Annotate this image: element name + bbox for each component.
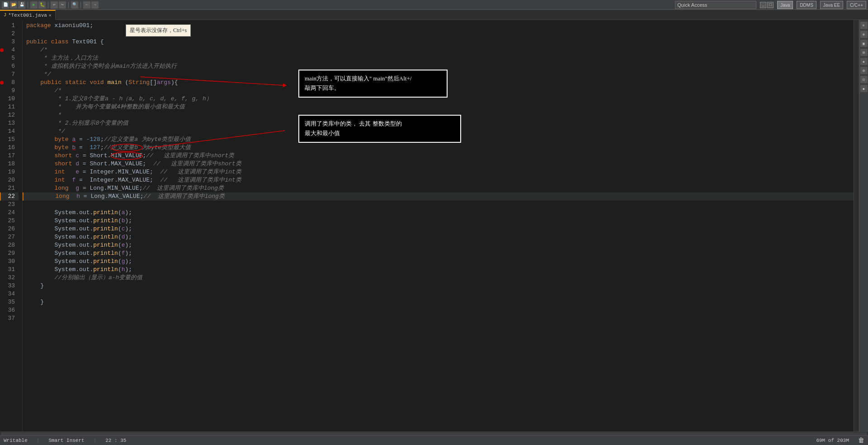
- insert-mode-status[interactable]: Smart Insert: [48, 438, 84, 443]
- panel-icon-6[interactable]: ⚙: [860, 67, 868, 74]
- perspective-javaee[interactable]: Java EE: [820, 1, 843, 9]
- code-line-3: public class Text001 {: [23, 38, 854, 46]
- sep1: [28, 2, 28, 8]
- perspective-ddms[interactable]: DDMS: [797, 1, 816, 9]
- line-num-15: 15: [0, 136, 19, 144]
- code-line-34: [23, 290, 854, 298]
- line-num-16: 16: [0, 144, 19, 152]
- line-num-9: 9: [0, 87, 19, 95]
- prev-icon[interactable]: ←: [83, 1, 90, 9]
- editor-tab[interactable]: J *Text001.java ✕: [0, 10, 56, 20]
- line-num-19: 19: [0, 168, 19, 176]
- search-icon[interactable]: 🔍: [71, 1, 78, 9]
- code-line-11: * 并为每个变量赋4种整数的最小值和最大值: [23, 103, 854, 111]
- quick-access-area: _ □ Java DDMS Java EE C/C++: [675, 1, 866, 9]
- line-num-3: 3: [0, 38, 19, 46]
- vertical-scrollbar[interactable]: [854, 20, 859, 431]
- annotation-library-line2: 最大和最小值: [305, 129, 455, 138]
- next-icon[interactable]: →: [91, 1, 99, 9]
- line-num-29: 29: [0, 249, 19, 258]
- line-num-10: 10: [0, 95, 19, 103]
- tab-close-button[interactable]: ✕: [49, 13, 52, 18]
- annotation-main-line1: main方法，可以直接输入" main"然后Alt+/: [305, 74, 441, 84]
- code-line-36: [23, 306, 854, 314]
- code-line-28: System.out.println(e);: [23, 241, 854, 249]
- undo-icon[interactable]: ↩: [51, 1, 58, 9]
- line-num-11: 11: [0, 103, 19, 111]
- code-line-30: System.out.println(g);: [23, 258, 854, 266]
- line-num-21: 21: [0, 184, 19, 192]
- annotation-box-library: 调用了类库中的类， 去其 整数类型的 最大和最小值: [298, 115, 461, 143]
- maximize-button[interactable]: □: [767, 2, 774, 8]
- code-line-17: short c = Short.MIN_VALUE;// 这里调用了类库中sho…: [23, 152, 854, 160]
- minimize-button[interactable]: _: [760, 2, 766, 8]
- sep4: [80, 2, 81, 8]
- new-file-icon[interactable]: 📄: [2, 1, 9, 9]
- line-num-31: 31: [0, 266, 19, 274]
- code-line-25: System.out.println(b);: [23, 217, 854, 225]
- main-toolbar: 📄 📂 💾 ▶ 🐛 ↩ ↪ 🔍 ← → _ □ Java DDMS Java E…: [0, 0, 868, 10]
- line-num-33: 33: [0, 282, 19, 290]
- quick-access-input[interactable]: [675, 1, 756, 9]
- code-line-23: [23, 201, 854, 209]
- line-num-28: 28: [0, 241, 19, 249]
- panel-icon-4[interactable]: ⊞: [860, 49, 868, 56]
- right-side-panel: ≡ ⊕ ▣ ⊞ ◈ ⚙ ⊡ ◆: [859, 20, 868, 431]
- writable-status[interactable]: Writable: [4, 438, 28, 443]
- code-line-26: System.out.println(c);: [23, 225, 854, 233]
- code-line-31: System.out.println(h);: [23, 266, 854, 274]
- line-num-26: 26: [0, 225, 19, 233]
- line-num-2: 2: [0, 30, 19, 38]
- panel-icon-7[interactable]: ⊡: [860, 76, 868, 83]
- perspective-java[interactable]: Java: [777, 1, 793, 9]
- code-line-21: long g = Long.MIN_VALUE;// 这里调用了类库中long类: [23, 184, 854, 192]
- memory-usage: 69M of 203M: [816, 438, 849, 443]
- line-num-1: 1: [0, 22, 19, 30]
- code-line-19: int e = Integer.MIN_VALUE; // 这里调用了类库中in…: [23, 168, 854, 176]
- debug-icon[interactable]: 🐛: [38, 1, 46, 9]
- line-num-34: 34: [0, 290, 19, 298]
- code-line-37: [23, 314, 854, 323]
- line-num-5: 5: [0, 54, 19, 62]
- tab-label: *Text001.java: [8, 13, 47, 18]
- code-line-22: long h = Long.MAX_VALUE;// 这里调用了类库中long类: [23, 192, 854, 201]
- code-line-20: int f = Integer.MAX_VALUE; // 这里调用了类库中in…: [23, 176, 854, 184]
- line-num-18: 18: [0, 160, 19, 168]
- code-editor[interactable]: main方法，可以直接输入" main"然后Alt+/ 敲两下回车。 调用了类库…: [23, 20, 854, 431]
- line-num-8: 8: [0, 79, 19, 87]
- cursor-position: 22 : 35: [105, 438, 126, 443]
- code-line-35: }: [23, 298, 854, 306]
- sep3: [68, 2, 69, 8]
- panel-icon-5[interactable]: ◈: [860, 58, 868, 65]
- panel-icon-3[interactable]: ▣: [860, 40, 868, 47]
- annotation-box-main: main方法，可以直接输入" main"然后Alt+/ 敲两下回车。: [298, 70, 448, 98]
- sep2: [48, 2, 48, 8]
- code-line-29: System.out.println(f);: [23, 249, 854, 258]
- code-line-18: short d = Short.MAX_VALUE; // 这里调用了类库中sh…: [23, 160, 854, 168]
- perspective-cpp[interactable]: C/C++: [847, 1, 866, 9]
- code-line-27: System.out.println(d);: [23, 233, 854, 241]
- line-num-14: 14: [0, 127, 19, 136]
- code-line-5: * 主方法，入口方法: [23, 54, 854, 62]
- status-sep-2: |: [94, 438, 97, 443]
- save-icon[interactable]: 💾: [18, 1, 25, 9]
- open-icon[interactable]: 📂: [10, 1, 17, 9]
- line-num-6: 6: [0, 62, 19, 70]
- tooltip-box: 星号表示没保存，Ctrl+s: [126, 24, 191, 37]
- line-num-30: 30: [0, 258, 19, 266]
- run-icon[interactable]: ▶: [30, 1, 38, 9]
- line-num-13: 13: [0, 119, 19, 127]
- line-num-27: 27: [0, 233, 19, 241]
- line-num-4: 4: [0, 46, 19, 54]
- redo-icon[interactable]: ↪: [59, 1, 66, 9]
- panel-icon-1[interactable]: ≡: [860, 22, 868, 29]
- panel-icon-2[interactable]: ⊕: [860, 31, 868, 38]
- memory-icon[interactable]: 🗑: [858, 437, 864, 444]
- line-num-22: 22: [0, 192, 19, 201]
- tooltip-text: 星号表示没保存，Ctrl+s: [130, 27, 187, 33]
- tab-bar: J *Text001.java ✕: [0, 10, 868, 20]
- window-controls: _ □: [760, 2, 774, 8]
- line-num-20: 20: [0, 176, 19, 184]
- line-num-24: 24: [0, 209, 19, 217]
- panel-icon-8[interactable]: ◆: [860, 85, 868, 92]
